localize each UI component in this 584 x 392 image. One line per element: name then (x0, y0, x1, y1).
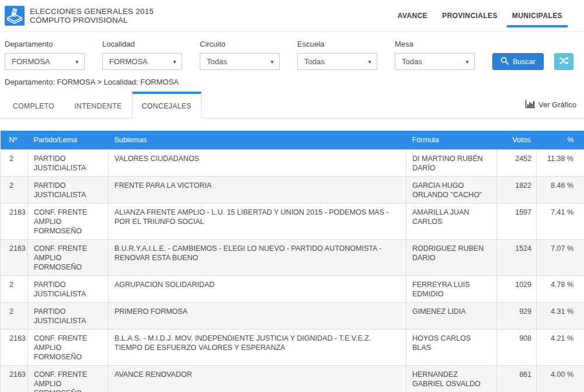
filter-select[interactable]: Todas (395, 53, 475, 70)
cell-formula: HERNANDEZ GABRIEL OSVALDO (406, 366, 497, 392)
brand: ELECCIONES GENERALES 2015 CÓMPUTO PROVIS… (5, 6, 154, 26)
search-button[interactable]: Buscar (492, 53, 544, 70)
cell-numero: 2 (1, 150, 28, 177)
active-tab-underline (507, 25, 568, 27)
cell-formula: GIMENEZ LIDIA (406, 303, 497, 330)
tab-label: INTENDENTE (74, 102, 122, 110)
results-table-body: 2 PARTIDO JUSTICIALISTA VALORES CIUDADAN… (1, 150, 584, 392)
results-table: Nº Partido/Lema Sublemas Fórmula Votos %… (0, 131, 584, 392)
nav-item[interactable]: AVANCE (392, 0, 433, 32)
app-header: ELECCIONES GENERALES 2015 CÓMPUTO PROVIS… (0, 0, 584, 32)
cell-porcentaje: 7.07 % (537, 240, 584, 276)
magnifier-icon (500, 57, 509, 66)
filter-group: Circuito Todas (200, 40, 280, 70)
shuffle-button[interactable] (554, 53, 573, 70)
cell-votos: 929 (497, 303, 537, 330)
cell-votos: 1524 (497, 240, 537, 276)
search-button-label: Buscar (513, 58, 536, 66)
cell-formula: DI MARTINO RUBÉN DARÍO (406, 150, 497, 177)
cell-sublema: PRIMERO FORMOSA (109, 303, 406, 330)
cell-numero: 2 (1, 276, 28, 303)
filter-bar: Departamento FORMOSA Localidad FORMOSA C… (0, 32, 584, 70)
table-row: 2163 CONF. FRENTE AMPLIO FORMOSEÑO B.L.A… (1, 330, 584, 366)
cell-partido: CONF. FRENTE AMPLIO FORMOSEÑO (28, 366, 109, 392)
filter-select[interactable]: Todas (297, 53, 377, 70)
cell-numero: 2163 (1, 366, 28, 392)
tab[interactable]: COMPLETO (3, 92, 64, 118)
cell-partido: CONF. FRENTE AMPLIO FORMOSEÑO (28, 204, 109, 240)
cell-porcentaje: 4.21 % (537, 330, 584, 366)
table-row: 2163 CONF. FRENTE AMPLIO FORMOSEÑO B.U.R… (1, 240, 584, 276)
filter-group: Departamento FORMOSA (5, 40, 85, 70)
cell-porcentaje: 8.46 % (537, 177, 584, 204)
cell-sublema: FRENTE PARA LA VICTORIA (109, 177, 406, 204)
breadcrumb: Departamento: FORMOSA > Localidad: FORMO… (5, 78, 579, 86)
cell-numero: 2163 (1, 240, 28, 276)
tab[interactable]: INTENDENTE (64, 92, 132, 118)
table-row: 2 PARTIDO JUSTICIALISTA AGRUPACION SOLID… (1, 276, 584, 303)
cell-formula: FERREYRA LUIS EDMIDIO (406, 276, 497, 303)
cell-sublema: B.U.R.Y.A.I.L.E. - CAMBIEMOS - ELEGI LO … (109, 240, 406, 276)
filter-select-wrap: FORMOSA (5, 53, 85, 70)
filter-select[interactable]: FORMOSA (102, 53, 182, 70)
tabs: COMPLETO INTENDENTE CONCEJALES (3, 92, 201, 118)
filter-select-wrap: Todas (297, 53, 377, 70)
cell-partido: PARTIDO JUSTICIALISTA (28, 150, 109, 177)
table-row: 2 PARTIDO JUSTICIALISTA VALORES CIUDADAN… (1, 150, 584, 177)
cell-porcentaje: 7.41 % (537, 204, 584, 240)
col-sublemas: Sublemas (109, 131, 406, 150)
cell-votos: 2452 (497, 150, 537, 177)
table-row: 2163 CONF. FRENTE AMPLIO FORMOSEÑO ALIAN… (1, 204, 584, 240)
app-title-line1: ELECCIONES GENERALES 2015 (30, 7, 154, 16)
cell-sublema: AGRUPACION SOLIDARIDAD (109, 276, 406, 303)
filter-label: Escuela (297, 40, 377, 48)
cell-partido: PARTIDO JUSTICIALISTA (28, 276, 109, 303)
filter-label: Localidad (102, 40, 182, 48)
filter-group: Localidad FORMOSA (102, 40, 182, 70)
cell-formula: HOYOS CARLOS BLAS (406, 330, 497, 366)
filter-label: Departamento (5, 40, 85, 48)
filter-select[interactable]: Todas (200, 53, 280, 70)
tab[interactable]: CONCEJALES (132, 92, 201, 118)
ballot-box-icon (5, 6, 25, 26)
cell-formula: AMARILLA JUAN CARLOS (406, 204, 497, 240)
cell-sublema: B.L.A.S. - M.I.D.J. MOV. INDEPENDIENTE J… (109, 330, 406, 366)
col-formula: Fórmula (406, 131, 497, 150)
filter-select-wrap: Todas (395, 53, 475, 70)
cell-sublema: VALORES CIUDADANOS (109, 150, 406, 177)
cell-porcentaje: 4.31 % (537, 303, 584, 330)
view-chart-button[interactable]: Ver Gráfico (525, 100, 576, 110)
tab-label: COMPLETO (13, 102, 54, 110)
cell-numero: 2163 (1, 330, 28, 366)
nav-item[interactable]: MUNICIPALES (507, 0, 568, 32)
col-porcentaje: % (537, 131, 584, 150)
tab-label: CONCEJALES (142, 102, 192, 110)
cell-porcentaje: 11.38 % (537, 150, 584, 177)
nav-item[interactable]: PROVINCIALES (437, 0, 503, 32)
table-row: 2163 CONF. FRENTE AMPLIO FORMOSEÑO AVANC… (1, 366, 584, 392)
shuffle-icon (559, 57, 569, 66)
cell-partido: PARTIDO JUSTICIALISTA (28, 303, 109, 330)
cell-partido: CONF. FRENTE AMPLIO FORMOSEÑO (28, 330, 109, 366)
cell-partido: CONF. FRENTE AMPLIO FORMOSEÑO (28, 240, 109, 276)
nav-item-label: MUNICIPALES (512, 12, 562, 20)
cell-votos: 861 (497, 366, 537, 392)
tab-bar: COMPLETO INTENDENTE CONCEJALES Ver Gráfi… (0, 92, 584, 118)
cell-votos: 1029 (497, 276, 537, 303)
table-row: 2 PARTIDO JUSTICIALISTA FRENTE PARA LA V… (1, 177, 584, 204)
app-title-line2: CÓMPUTO PROVISIONAL (30, 16, 154, 24)
col-partido: Partido/Lema (28, 131, 109, 150)
filter-select[interactable]: FORMOSA (5, 53, 85, 70)
nav-item-label: PROVINCIALES (442, 12, 498, 20)
cell-votos: 1597 (497, 204, 537, 240)
results-table-header: Nº Partido/Lema Sublemas Fórmula Votos % (1, 131, 584, 150)
table-row: 2 PARTIDO JUSTICIALISTA PRIMERO FORMOSA … (1, 303, 584, 330)
cell-votos: 908 (497, 330, 537, 366)
cell-formula: RODRIGUEZ RUBEN DARIO (406, 240, 497, 276)
filter-label: Circuito (200, 40, 280, 48)
top-navigation: AVANCE PROVINCIALES MUNICIPALES (388, 0, 568, 32)
filter-group: Escuela Todas (297, 40, 377, 70)
cell-votos: 1822 (497, 177, 537, 204)
cell-sublema: AVANCE RENOVADOR (109, 366, 406, 392)
filter-label: Mesa (395, 40, 475, 48)
